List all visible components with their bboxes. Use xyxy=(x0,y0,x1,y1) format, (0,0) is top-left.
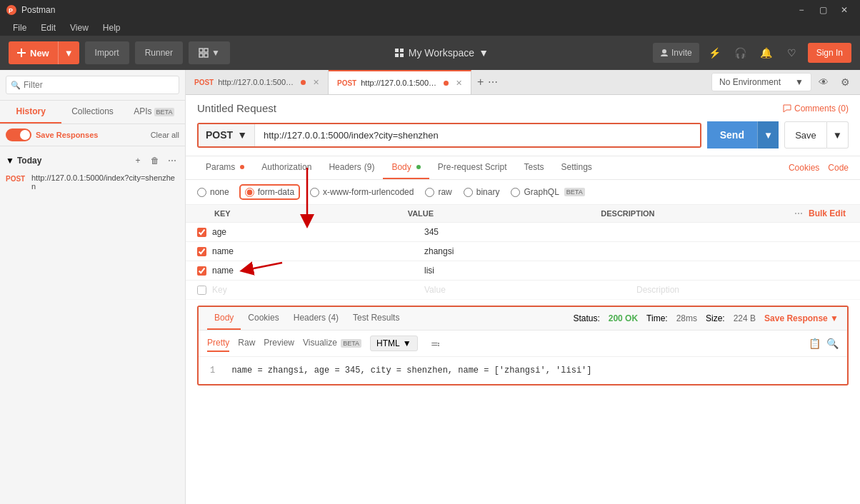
maximize-button[interactable]: ▢ xyxy=(813,2,833,18)
req-tab-settings[interactable]: Settings xyxy=(553,156,601,179)
req-tab-body[interactable]: Body xyxy=(383,156,429,179)
save-responses-label: Save Responses xyxy=(36,131,98,139)
new-button-arrow[interactable]: ▼ xyxy=(59,41,79,64)
response-content-actions: 📋 🔍 xyxy=(809,338,839,349)
url-input[interactable] xyxy=(255,124,700,146)
kv-more-icon[interactable]: ⋯ xyxy=(794,208,803,218)
row2-checkbox[interactable] xyxy=(197,247,206,256)
svg-rect-9 xyxy=(400,49,404,52)
placeholder-value: Value xyxy=(424,285,636,295)
list-item[interactable]: POST http://127.0.0.1:5000/index?city=sh… xyxy=(6,171,179,193)
row3-checkbox[interactable] xyxy=(197,266,206,276)
tab-apis[interactable]: APIsBETA xyxy=(124,101,185,124)
search-input[interactable] xyxy=(6,76,179,94)
history-delete-button[interactable]: 🗑 xyxy=(148,153,162,168)
env-settings-button[interactable]: ⚙ xyxy=(836,73,854,91)
tab-add-button[interactable]: + xyxy=(477,76,484,89)
copy-response-button[interactable]: 📋 xyxy=(809,338,821,349)
request-tab-2[interactable]: POST http://127.0.0.1:5000/index?cit... … xyxy=(329,70,471,94)
bell-button[interactable]: 🔔 xyxy=(756,43,776,63)
resp-tab-headers[interactable]: Headers (4) xyxy=(286,307,346,330)
request-title: Untitled Request xyxy=(197,102,276,114)
format-selector[interactable]: HTML ▼ xyxy=(370,336,418,351)
send-dropdown-button[interactable]: ▼ xyxy=(757,121,779,148)
placeholder-checkbox[interactable] xyxy=(197,286,206,295)
menu-file[interactable]: File xyxy=(6,20,34,36)
request-tab-1[interactable]: POST http://127.0.0.1:5000/min ✕ xyxy=(186,70,329,94)
save-responses-toggle[interactable] xyxy=(6,128,31,141)
cookies-link[interactable]: Cookies xyxy=(789,157,819,178)
resp-tab-body[interactable]: Body xyxy=(207,307,241,330)
wrap-text-button[interactable]: ≕ xyxy=(431,338,440,349)
body-type-urlencoded[interactable]: x-www-form-urlencoded xyxy=(310,187,414,197)
save-dropdown-button[interactable]: ▼ xyxy=(827,121,849,148)
req-tab-headers[interactable]: Headers (9) xyxy=(320,156,383,179)
lightning-button[interactable]: ⚡ xyxy=(705,43,725,63)
clear-all-button[interactable]: Clear all xyxy=(151,131,179,139)
sidebar-search-area: 🔍 xyxy=(0,70,185,101)
headphones-button[interactable]: 🎧 xyxy=(731,43,751,63)
import-button[interactable]: Import xyxy=(85,41,129,64)
row1-key: age xyxy=(212,227,424,237)
save-button[interactable]: Save xyxy=(784,121,827,148)
body-type-graphql[interactable]: GraphQL BETA xyxy=(511,187,584,197)
tab-history[interactable]: History xyxy=(0,101,61,124)
runner-button[interactable]: Runner xyxy=(135,41,183,64)
window-controls: − ▢ ✕ xyxy=(791,2,854,18)
history-add-button[interactable]: + xyxy=(131,153,145,168)
body-type-none[interactable]: none xyxy=(197,187,229,197)
new-button[interactable]: New ▼ xyxy=(9,41,79,64)
resp-content-tab-pretty[interactable]: Pretty xyxy=(207,335,229,352)
req-tab-prerequest[interactable]: Pre-request Script xyxy=(429,156,516,179)
env-eye-button[interactable]: 👁 xyxy=(814,73,833,91)
row2-key: name xyxy=(212,246,424,256)
body-type-raw[interactable]: raw xyxy=(425,187,451,197)
tab-collections[interactable]: Collections xyxy=(61,101,123,124)
resp-tab-cookies[interactable]: Cookies xyxy=(241,307,286,330)
resp-tab-test-results[interactable]: Test Results xyxy=(346,307,406,330)
titlebar: P Postman − ▢ ✕ xyxy=(0,0,860,20)
resp-content-tab-preview[interactable]: Preview xyxy=(264,335,294,352)
env-actions: 👁 ⚙ xyxy=(814,73,854,91)
req-tab-authorization[interactable]: Authorization xyxy=(253,156,320,179)
method-selector[interactable]: POST ▼ xyxy=(199,124,255,146)
row3-key: name xyxy=(212,266,424,276)
table-row: name zhangsi xyxy=(186,242,860,261)
svg-rect-6 xyxy=(199,54,203,57)
req-tab-tests[interactable]: Tests xyxy=(515,156,552,179)
tab-more-button[interactable]: ⋯ xyxy=(488,76,498,88)
menu-edit[interactable]: Edit xyxy=(34,20,63,36)
resp-content-tab-visualize[interactable]: Visualize BETA xyxy=(303,335,361,352)
workspace-area: My Workspace ▼ xyxy=(236,47,647,59)
body-type-binary[interactable]: binary xyxy=(464,187,500,197)
environment-selector[interactable]: No Environment ▼ xyxy=(711,73,811,91)
minimize-button[interactable]: − xyxy=(791,2,811,18)
kv-header: KEY VALUE DESCRIPTION ⋯ Bulk Edit xyxy=(186,205,860,223)
tab-close-1[interactable]: ✕ xyxy=(313,78,319,87)
tab-close-2[interactable]: ✕ xyxy=(456,79,462,88)
menu-view[interactable]: View xyxy=(63,20,96,36)
chevron-icon: ▼ xyxy=(795,77,804,87)
menu-help[interactable]: Help xyxy=(96,20,128,36)
row1-checkbox[interactable] xyxy=(197,228,206,237)
tools-button[interactable]: ▼ xyxy=(189,41,230,64)
sign-in-button[interactable]: Sign In xyxy=(808,43,851,63)
save-response-button[interactable]: Save Response ▼ xyxy=(764,313,839,323)
new-button-main[interactable]: New xyxy=(9,41,59,64)
req-tab-params[interactable]: Params xyxy=(197,156,253,179)
response-status: Status: 200 OK Time: 28ms Size: 224 B Sa… xyxy=(573,309,839,328)
resp-content-tab-raw[interactable]: Raw xyxy=(238,335,255,352)
invite-button[interactable]: Invite xyxy=(653,43,699,63)
search-response-button[interactable]: 🔍 xyxy=(826,338,839,349)
body-type-form-data[interactable]: form-data xyxy=(241,186,299,198)
code-link[interactable]: Code xyxy=(828,157,849,178)
workspace-button[interactable]: My Workspace ▼ xyxy=(394,47,489,59)
comments-button[interactable]: Comments (0) xyxy=(783,104,849,114)
history-section-header[interactable]: ▼ Today + 🗑 ⋯ xyxy=(6,151,179,171)
history-more-button[interactable]: ⋯ xyxy=(165,153,179,168)
close-button[interactable]: ✕ xyxy=(834,2,854,18)
send-button[interactable]: Send xyxy=(707,121,757,148)
kv-desc-header: DESCRIPTION xyxy=(601,209,794,218)
heart-button[interactable]: ♡ xyxy=(782,43,802,63)
bulk-edit-button[interactable]: Bulk Edit xyxy=(809,208,849,218)
